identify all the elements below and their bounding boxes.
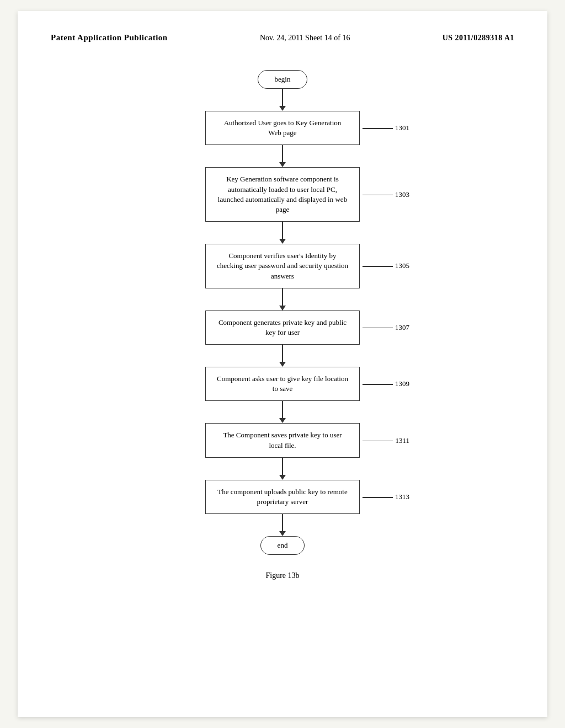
step-1303-box: Key Generation software component is aut… xyxy=(205,167,360,222)
step-1313-box: The component uploads public key to remo… xyxy=(205,480,360,514)
step-1307-box: Component generates private key and publ… xyxy=(205,311,360,345)
end-terminal: end xyxy=(260,536,305,555)
label-line-1307 xyxy=(363,328,393,329)
label-1301: 1301 xyxy=(395,124,409,132)
figure-caption: Figure 13b xyxy=(51,571,514,580)
publication-label: Patent Application Publication xyxy=(51,33,168,42)
label-1309: 1309 xyxy=(395,379,409,388)
step-1303-row: Key Generation software component is aut… xyxy=(205,167,360,222)
step-1311-box: The Component saves private key to user … xyxy=(205,423,360,457)
arrow-6 xyxy=(279,401,286,423)
arrow-7 xyxy=(279,458,286,480)
begin-terminal: begin xyxy=(258,70,308,89)
date-sheet-label: Nov. 24, 2011 Sheet 14 of 16 xyxy=(260,34,350,42)
page: Patent Application Publication Nov. 24, … xyxy=(18,11,547,717)
step-1309-row: Component asks user to give key file loc… xyxy=(205,367,360,401)
label-1303: 1303 xyxy=(395,190,409,199)
arrow-2 xyxy=(279,145,286,167)
step-1311-row: The Component saves private key to user … xyxy=(205,423,360,457)
label-1307: 1307 xyxy=(395,323,409,332)
label-1311: 1311 xyxy=(395,436,409,445)
label-line-1305 xyxy=(363,266,393,267)
arrow-4 xyxy=(279,288,286,311)
step-1309-box: Component asks user to give key file loc… xyxy=(205,367,360,401)
flowchart: begin Authorized User goes to Key Genera… xyxy=(51,65,514,555)
label-line-1313 xyxy=(363,497,393,498)
step-1305-box: Component verifies user's Identity by ch… xyxy=(205,244,360,288)
step-1301-box: Authorized User goes to Key Generation W… xyxy=(205,111,360,145)
arrow-1 xyxy=(279,89,286,111)
patent-number-label: US 2011/0289318 A1 xyxy=(443,34,514,42)
step-1301-row: Authorized User goes to Key Generation W… xyxy=(205,111,360,145)
arrow-3 xyxy=(279,222,286,244)
step-1305-row: Component verifies user's Identity by ch… xyxy=(205,244,360,288)
label-line-1301 xyxy=(363,128,393,129)
label-1305: 1305 xyxy=(395,261,409,270)
label-1313: 1313 xyxy=(395,493,409,501)
arrow-5 xyxy=(279,345,286,367)
page-header: Patent Application Publication Nov. 24, … xyxy=(51,33,514,42)
arrow-8 xyxy=(279,514,286,536)
label-line-1303 xyxy=(363,195,393,196)
step-1313-row: The component uploads public key to remo… xyxy=(205,480,360,514)
label-line-1309 xyxy=(363,384,393,385)
step-1307-row: Component generates private key and publ… xyxy=(205,311,360,345)
label-line-1311 xyxy=(363,441,393,442)
